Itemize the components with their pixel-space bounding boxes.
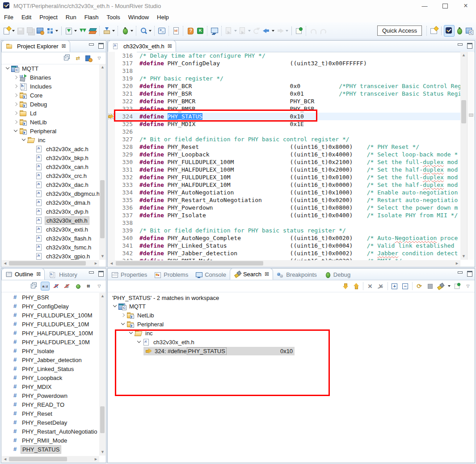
- tab-search[interactable]: Search⊠: [230, 268, 273, 280]
- tree-item-includes[interactable]: Includes: [1, 82, 99, 91]
- view-menu-button[interactable]: ▽: [95, 54, 103, 62]
- code-line-338[interactable]: 338: [108, 219, 475, 227]
- project-tree-hscrollbar[interactable]: ◄ ►: [2, 260, 99, 266]
- tree-item-mqtt[interactable]: MQTT: [1, 64, 99, 73]
- tree-item-core[interactable]: Core: [1, 91, 99, 100]
- toolbar-pin-editor-button[interactable]: [294, 25, 304, 36]
- code-line-328[interactable]: 328#define PHY_Reset ((uint16_t)0x8000) …: [108, 143, 475, 151]
- chevron-collapsed-icon[interactable]: [119, 312, 126, 319]
- toolbar-open-element-button[interactable]: [45, 25, 59, 36]
- tree-item-ch32v30x-eth-h[interactable]: .cch32v30x_eth.h: [108, 337, 475, 346]
- tab-outline[interactable]: Outline ⊠: [1, 268, 45, 280]
- chevron-collapsed-icon[interactable]: [12, 118, 19, 126]
- menu-tools[interactable]: Tools: [102, 13, 124, 22]
- minimize-button[interactable]: —: [414, 0, 435, 12]
- code-line-329[interactable]: 329#define PHY_Loopback ((uint16_t)0x400…: [108, 151, 475, 158]
- menu-help[interactable]: Help: [153, 13, 173, 22]
- code-line-333[interactable]: 333#define PHY_HALFDUPLEX_10M ((uint16_t…: [108, 181, 475, 189]
- code-line-339[interactable]: 339/* Bit or field definition for PHY ba…: [108, 227, 475, 234]
- close-icon[interactable]: ⊠: [36, 271, 41, 277]
- toolbar-last-edit-location-button[interactable]: [224, 25, 238, 36]
- outline-item-phy_fullduplex_100m[interactable]: #PHY_FULLDUPLEX_100M: [1, 311, 99, 320]
- tree-item-ch32v30x-crc-h[interactable]: .hch32v30x_crc.h: [1, 171, 99, 180]
- toolbar-cpp-perspective-button[interactable]: [464, 25, 474, 36]
- view-menu-button[interactable]: ▽: [95, 282, 103, 290]
- maximize-view-icon[interactable]: [467, 270, 473, 276]
- menu-file[interactable]: File: [0, 13, 17, 22]
- toolbar-save-button[interactable]: [16, 25, 25, 36]
- code-line-321[interactable]: 321#define PHY_BSR 0x01 /*PHY transceive…: [108, 90, 475, 97]
- toolbar-build-button[interactable]: [64, 25, 78, 36]
- toolbar-back-history-button[interactable]: [252, 25, 261, 36]
- outline-item-phy_reset[interactable]: #PHY_Reset: [1, 409, 99, 418]
- code-editor[interactable]: 316/* Delay time after configure PHY */3…: [108, 52, 475, 267]
- previous-match-button[interactable]: [352, 282, 360, 290]
- minimize-view-icon[interactable]: [457, 42, 463, 48]
- overview-ruler[interactable]: [467, 52, 474, 260]
- chevron-expanded-icon[interactable]: [20, 136, 27, 143]
- chevron-collapsed-icon[interactable]: [12, 92, 19, 99]
- code-line-326[interactable]: 326: [108, 128, 475, 135]
- collapse-all-button[interactable]: [30, 282, 38, 290]
- tree-item-ch32v30x-dma-h[interactable]: .hch32v30x_dma.h: [1, 198, 99, 207]
- tree-item-inc[interactable]: inc: [1, 135, 99, 144]
- cancel-search-button[interactable]: [426, 282, 434, 290]
- minimize-view-icon[interactable]: [88, 270, 94, 276]
- outline-item-phy_fullduplex_10m[interactable]: #PHY_FULLDUPLEX_10M: [1, 320, 99, 329]
- expand-all-button[interactable]: [391, 282, 399, 290]
- hide-non-public-button[interactable]: [74, 282, 82, 290]
- code-line-322[interactable]: 322#define PHY_BMCR PHY_BCR: [108, 97, 475, 105]
- close-icon[interactable]: ⊠: [168, 43, 172, 49]
- tree-item-inc[interactable]: inc: [108, 329, 475, 337]
- tree-item-peripheral[interactable]: Peripheral: [1, 127, 99, 135]
- outline-item-phy_jabber_detection[interactable]: #PHY_Jabber_detection: [1, 355, 99, 364]
- link-with-editor-button[interactable]: ⇄: [74, 54, 82, 62]
- tree-item-netlib[interactable]: NetLib: [1, 118, 99, 127]
- menu-window[interactable]: Window: [124, 13, 153, 22]
- toolbar-open-perspective-button[interactable]: [429, 25, 439, 36]
- code-line-341[interactable]: 341#define PHY_Linked_Status ((uint16_t)…: [108, 242, 475, 249]
- tab-console[interactable]: Console: [192, 269, 230, 280]
- tree-item-debug[interactable]: Debug: [1, 100, 99, 109]
- code-line-324[interactable]: 324#define PHY_STATUS 0x10: [108, 113, 475, 120]
- next-match-button[interactable]: [341, 282, 350, 290]
- tree-item-ch32v30x-adc-h[interactable]: .hch32v30x_adc.h: [1, 144, 99, 153]
- toolbar-help-book-button[interactable]: [185, 25, 195, 36]
- toolbar-new-wizard-button[interactable]: [2, 25, 16, 36]
- toolbar-forward-button[interactable]: [275, 25, 289, 36]
- toolbar-save-all-button[interactable]: [25, 25, 35, 36]
- close-button[interactable]: ×: [455, 0, 476, 12]
- chevron-collapsed-icon[interactable]: [12, 83, 19, 90]
- tree-item-binaries[interactable]: Binaries: [1, 73, 99, 82]
- outline-item-phy_powerdown[interactable]: #PHY_Powerdown: [1, 391, 99, 400]
- editor-vscrollbar[interactable]: ▲ ▼: [460, 52, 467, 260]
- tab-breakpoints[interactable]: Breakpoints: [273, 269, 320, 280]
- code-line-340[interactable]: 340#define PHY_AutoNego_Complete ((uint1…: [108, 234, 475, 242]
- tab-problems[interactable]: Problems: [151, 269, 192, 280]
- chevron-expanded-icon[interactable]: [127, 329, 135, 337]
- chevron-collapsed-icon[interactable]: [12, 101, 19, 108]
- previous-searches-caret[interactable]: [448, 285, 451, 287]
- tab-project-explorer[interactable]: Project Explorer ⊠: [1, 40, 70, 52]
- toolbar-flash-layers-button[interactable]: [88, 25, 97, 36]
- toolbar-debug-button[interactable]: [120, 25, 134, 36]
- outline-item-phy_bsr[interactable]: #PHY_BSR: [1, 293, 99, 302]
- code-line-319[interactable]: 319/* PHY basic register */: [108, 75, 475, 82]
- tree-item-ch32v30x-dac-h[interactable]: .hch32v30x_dac.h: [1, 180, 99, 189]
- outline-item-phy_isolate[interactable]: #PHY_Isolate: [1, 346, 99, 355]
- hide-inactive-button[interactable]: ⌗: [84, 282, 93, 290]
- tree-item-ch32v30x-fsmc-h[interactable]: .hch32v30x_fsmc.h: [1, 243, 99, 252]
- outline-item-phy_configdelay[interactable]: #PHY_ConfigDelay: [1, 302, 99, 311]
- menu-edit[interactable]: Edit: [17, 13, 35, 22]
- chevron-collapsed-icon[interactable]: [12, 110, 19, 117]
- minimize-view-icon[interactable]: [88, 42, 94, 48]
- code-line-327[interactable]: 327/* Bit or field definition for PHY ba…: [108, 135, 475, 143]
- toolbar-mounriver-perspective-button[interactable]: [444, 25, 455, 37]
- code-line-342[interactable]: 342#define PHY_Jabber_detection ((uint16…: [108, 249, 475, 257]
- code-line-325[interactable]: 325#define PHY_MDIX 0x1E: [108, 120, 475, 128]
- tree-item-mqtt[interactable]: MQTT: [108, 302, 475, 311]
- outline-item-phy_restart_autonegotiatio[interactable]: #PHY_Restart_AutoNegotiatio: [1, 427, 99, 436]
- toolbar-redo-button[interactable]: [318, 25, 328, 36]
- toolbar-ide-settings-button[interactable]: [35, 25, 45, 36]
- code-line-334[interactable]: 334#define PHY_AutoNegotiation ((uint16_…: [108, 189, 475, 196]
